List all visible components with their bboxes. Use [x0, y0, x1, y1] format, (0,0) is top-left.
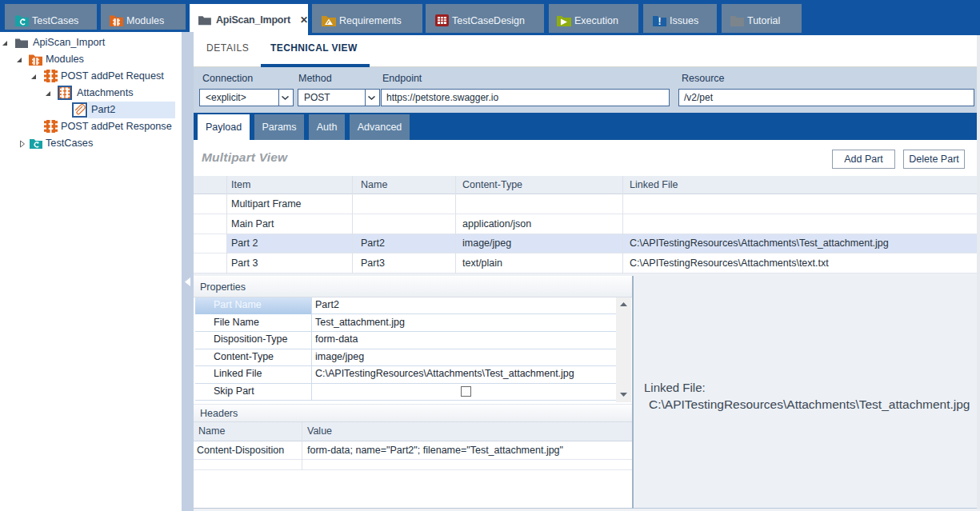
svg-text:!: !	[658, 16, 662, 26]
